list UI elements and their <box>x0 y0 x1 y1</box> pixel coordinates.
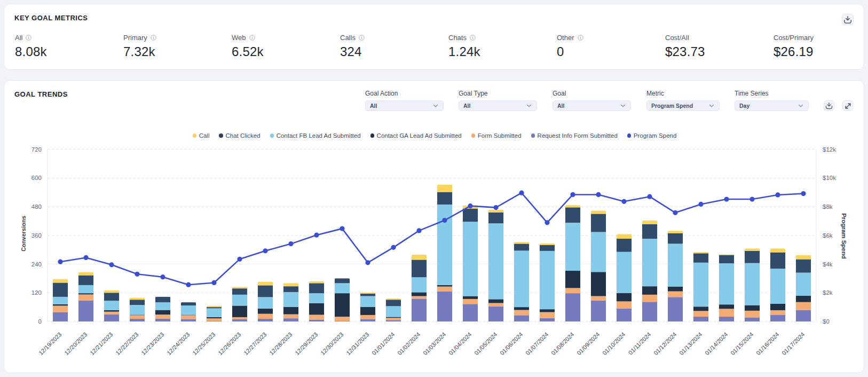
svg-text:240: 240 <box>31 261 42 268</box>
svg-text:01/11/2024: 01/11/2024 <box>627 331 652 356</box>
svg-text:12/22/2023: 12/22/2023 <box>114 331 139 356</box>
svg-text:01/02/2024: 01/02/2024 <box>396 331 421 356</box>
svg-text:$0: $0 <box>823 318 830 325</box>
svg-text:12/24/2023: 12/24/2023 <box>165 331 191 356</box>
svg-text:12/28/2023: 12/28/2023 <box>268 331 293 356</box>
svg-text:01/14/2024: 01/14/2024 <box>704 331 729 356</box>
svg-text:$12k: $12k <box>823 146 836 153</box>
svg-text:$2k: $2k <box>823 289 833 296</box>
svg-text:12/30/2023: 12/30/2023 <box>319 331 344 356</box>
svg-text:01/06/2024: 01/06/2024 <box>499 331 524 356</box>
svg-text:01/10/2024: 01/10/2024 <box>601 331 626 356</box>
svg-text:01/09/2024: 01/09/2024 <box>575 331 601 356</box>
svg-text:01/17/2024: 01/17/2024 <box>780 331 806 356</box>
svg-text:480: 480 <box>31 203 42 210</box>
svg-text:01/08/2024: 01/08/2024 <box>550 331 575 356</box>
svg-text:120: 120 <box>31 289 42 296</box>
svg-text:01/13/2024: 01/13/2024 <box>678 331 703 356</box>
svg-text:01/05/2024: 01/05/2024 <box>473 331 498 356</box>
svg-text:12/26/2023: 12/26/2023 <box>217 331 242 356</box>
svg-text:01/01/2024: 01/01/2024 <box>370 331 396 356</box>
svg-text:01/07/2024: 01/07/2024 <box>524 331 549 356</box>
svg-text:01/04/2024: 01/04/2024 <box>447 331 472 356</box>
svg-text:12/29/2023: 12/29/2023 <box>294 331 319 356</box>
svg-text:360: 360 <box>31 232 42 239</box>
svg-text:600: 600 <box>31 175 42 181</box>
svg-text:$10k: $10k <box>823 175 836 181</box>
svg-text:12/27/2023: 12/27/2023 <box>242 331 267 356</box>
svg-text:720: 720 <box>31 146 42 153</box>
svg-text:12/21/2023: 12/21/2023 <box>89 331 114 356</box>
svg-text:12/19/2023: 12/19/2023 <box>37 331 62 356</box>
svg-text:12/25/2023: 12/25/2023 <box>191 331 216 356</box>
svg-text:$6k: $6k <box>823 232 833 239</box>
svg-text:12/20/2023: 12/20/2023 <box>63 331 88 356</box>
svg-text:$4k: $4k <box>823 261 833 268</box>
svg-text:01/12/2024: 01/12/2024 <box>652 331 677 356</box>
svg-text:12/31/2023: 12/31/2023 <box>345 331 370 356</box>
svg-text:$8k: $8k <box>823 203 833 210</box>
svg-text:0: 0 <box>38 318 42 325</box>
svg-text:01/15/2024: 01/15/2024 <box>729 331 754 356</box>
svg-text:Conversions: Conversions <box>20 216 27 252</box>
svg-text:01/16/2024: 01/16/2024 <box>755 331 780 356</box>
svg-text:01/03/2024: 01/03/2024 <box>422 331 447 356</box>
svg-text:Program Spend: Program Spend <box>841 213 847 259</box>
svg-text:12/23/2023: 12/23/2023 <box>140 331 165 356</box>
